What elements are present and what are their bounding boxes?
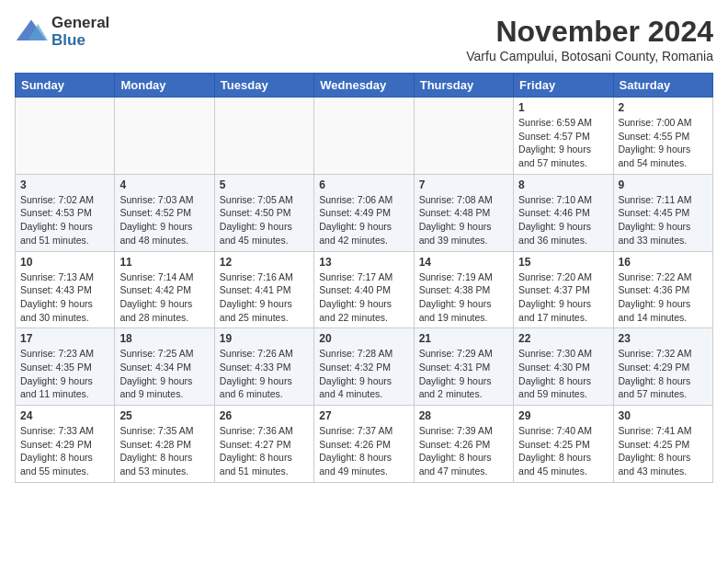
day-number: 10 [20, 256, 109, 269]
calendar-cell [115, 98, 214, 175]
calendar-week-1: 1Sunrise: 6:59 AM Sunset: 4:57 PM Daylig… [16, 98, 713, 175]
header-tuesday: Tuesday [214, 74, 313, 98]
day-number: 11 [119, 256, 209, 269]
header-saturday: Saturday [613, 74, 712, 98]
calendar-cell: 6Sunrise: 7:06 AM Sunset: 4:49 PM Daylig… [314, 174, 414, 251]
calendar-cell: 24Sunrise: 7:33 AM Sunset: 4:29 PM Dayli… [16, 406, 115, 483]
day-info: Sunrise: 7:30 AM Sunset: 4:30 PM Dayligh… [518, 347, 608, 401]
calendar-cell: 29Sunrise: 7:40 AM Sunset: 4:25 PM Dayli… [514, 406, 613, 483]
calendar-cell: 9Sunrise: 7:11 AM Sunset: 4:45 PM Daylig… [613, 174, 712, 251]
day-number: 6 [319, 178, 408, 191]
logo-blue: Blue [51, 32, 109, 50]
day-info: Sunrise: 7:22 AM Sunset: 4:36 PM Dayligh… [619, 270, 708, 325]
day-info: Sunrise: 7:17 AM Sunset: 4:40 PM Dayligh… [319, 270, 408, 325]
day-number: 9 [619, 178, 708, 191]
day-number: 24 [20, 409, 109, 422]
logo-text: General Blue [51, 15, 109, 49]
calendar-cell: 26Sunrise: 7:36 AM Sunset: 4:27 PM Dayli… [214, 406, 313, 483]
day-info: Sunrise: 7:39 AM Sunset: 4:26 PM Dayligh… [419, 424, 508, 478]
day-number: 14 [419, 256, 508, 269]
day-info: Sunrise: 7:37 AM Sunset: 4:26 PM Dayligh… [319, 424, 408, 478]
day-number: 21 [419, 332, 508, 345]
calendar-week-3: 10Sunrise: 7:13 AM Sunset: 4:43 PM Dayli… [16, 251, 713, 328]
day-number: 17 [20, 332, 109, 345]
day-number: 5 [220, 178, 309, 191]
logo-general: General [51, 15, 109, 32]
day-number: 30 [619, 409, 708, 422]
day-number: 12 [220, 256, 309, 269]
calendar-cell: 28Sunrise: 7:39 AM Sunset: 4:26 PM Dayli… [414, 406, 513, 483]
day-info: Sunrise: 7:33 AM Sunset: 4:29 PM Dayligh… [20, 424, 109, 478]
day-number: 2 [619, 101, 708, 114]
calendar-cell: 13Sunrise: 7:17 AM Sunset: 4:40 PM Dayli… [314, 251, 414, 328]
day-info: Sunrise: 7:05 AM Sunset: 4:50 PM Dayligh… [220, 193, 309, 247]
day-number: 20 [319, 332, 408, 345]
title-section: November 2024 Varfu Campului, Botosani C… [466, 15, 713, 63]
calendar-cell: 10Sunrise: 7:13 AM Sunset: 4:43 PM Dayli… [16, 251, 115, 328]
day-info: Sunrise: 7:03 AM Sunset: 4:52 PM Dayligh… [119, 193, 209, 247]
day-info: Sunrise: 7:26 AM Sunset: 4:33 PM Dayligh… [220, 347, 309, 401]
day-number: 4 [119, 178, 209, 191]
header-wednesday: Wednesday [314, 74, 414, 98]
logo: General Blue [15, 15, 109, 49]
day-number: 15 [518, 256, 608, 269]
calendar-cell [214, 98, 313, 175]
location-subtitle: Varfu Campului, Botosani County, Romania [466, 49, 713, 63]
day-info: Sunrise: 7:40 AM Sunset: 4:25 PM Dayligh… [518, 424, 608, 478]
day-info: Sunrise: 7:36 AM Sunset: 4:27 PM Dayligh… [220, 424, 309, 478]
day-number: 26 [220, 409, 309, 422]
calendar-cell [314, 98, 414, 175]
day-info: Sunrise: 7:20 AM Sunset: 4:37 PM Dayligh… [518, 270, 608, 325]
calendar-cell: 17Sunrise: 7:23 AM Sunset: 4:35 PM Dayli… [16, 328, 115, 406]
header-thursday: Thursday [414, 74, 513, 98]
day-number: 22 [518, 332, 608, 345]
calendar-week-5: 24Sunrise: 7:33 AM Sunset: 4:29 PM Dayli… [16, 406, 713, 483]
calendar-cell: 27Sunrise: 7:37 AM Sunset: 4:26 PM Dayli… [314, 406, 414, 483]
calendar-cell: 23Sunrise: 7:32 AM Sunset: 4:29 PM Dayli… [613, 328, 712, 406]
day-info: Sunrise: 7:13 AM Sunset: 4:43 PM Dayligh… [20, 270, 109, 325]
calendar-cell: 30Sunrise: 7:41 AM Sunset: 4:25 PM Dayli… [613, 406, 712, 483]
calendar-header-row: Sunday Monday Tuesday Wednesday Thursday… [16, 74, 713, 98]
calendar-cell: 1Sunrise: 6:59 AM Sunset: 4:57 PM Daylig… [514, 98, 613, 175]
calendar-table: Sunday Monday Tuesday Wednesday Thursday… [15, 73, 713, 483]
day-number: 3 [20, 178, 109, 191]
calendar-cell: 3Sunrise: 7:02 AM Sunset: 4:53 PM Daylig… [16, 174, 115, 251]
day-info: Sunrise: 7:19 AM Sunset: 4:38 PM Dayligh… [419, 270, 508, 325]
calendar-cell: 2Sunrise: 7:00 AM Sunset: 4:55 PM Daylig… [613, 98, 712, 175]
day-number: 13 [319, 256, 408, 269]
day-number: 28 [419, 409, 508, 422]
day-info: Sunrise: 7:23 AM Sunset: 4:35 PM Dayligh… [20, 347, 109, 401]
calendar-cell [16, 98, 115, 175]
day-info: Sunrise: 7:00 AM Sunset: 4:55 PM Dayligh… [619, 116, 708, 170]
calendar-cell: 19Sunrise: 7:26 AM Sunset: 4:33 PM Dayli… [214, 328, 313, 406]
logo-icon [15, 16, 48, 49]
day-info: Sunrise: 7:32 AM Sunset: 4:29 PM Dayligh… [619, 347, 708, 401]
day-number: 16 [619, 256, 708, 269]
header-monday: Monday [115, 74, 214, 98]
calendar-cell: 7Sunrise: 7:08 AM Sunset: 4:48 PM Daylig… [414, 174, 513, 251]
day-number: 8 [518, 178, 608, 191]
calendar-cell: 16Sunrise: 7:22 AM Sunset: 4:36 PM Dayli… [613, 251, 712, 328]
day-info: Sunrise: 7:14 AM Sunset: 4:42 PM Dayligh… [119, 270, 209, 325]
calendar-cell: 14Sunrise: 7:19 AM Sunset: 4:38 PM Dayli… [414, 251, 513, 328]
calendar-cell: 22Sunrise: 7:30 AM Sunset: 4:30 PM Dayli… [514, 328, 613, 406]
day-info: Sunrise: 7:25 AM Sunset: 4:34 PM Dayligh… [119, 347, 209, 401]
header-friday: Friday [514, 74, 613, 98]
day-number: 27 [319, 409, 408, 422]
day-number: 19 [220, 332, 309, 345]
calendar-cell: 18Sunrise: 7:25 AM Sunset: 4:34 PM Dayli… [115, 328, 214, 406]
calendar-week-2: 3Sunrise: 7:02 AM Sunset: 4:53 PM Daylig… [16, 174, 713, 251]
header-sunday: Sunday [16, 74, 115, 98]
day-info: Sunrise: 7:28 AM Sunset: 4:32 PM Dayligh… [319, 347, 408, 401]
day-info: Sunrise: 7:02 AM Sunset: 4:53 PM Dayligh… [20, 193, 109, 247]
calendar-cell: 15Sunrise: 7:20 AM Sunset: 4:37 PM Dayli… [514, 251, 613, 328]
month-title: November 2024 [466, 15, 713, 49]
day-info: Sunrise: 6:59 AM Sunset: 4:57 PM Dayligh… [518, 116, 608, 170]
calendar-cell: 25Sunrise: 7:35 AM Sunset: 4:28 PM Dayli… [115, 406, 214, 483]
day-info: Sunrise: 7:41 AM Sunset: 4:25 PM Dayligh… [619, 424, 708, 478]
calendar-week-4: 17Sunrise: 7:23 AM Sunset: 4:35 PM Dayli… [16, 328, 713, 406]
day-number: 7 [419, 178, 508, 191]
day-info: Sunrise: 7:16 AM Sunset: 4:41 PM Dayligh… [220, 270, 309, 325]
day-number: 29 [518, 409, 608, 422]
calendar-cell: 11Sunrise: 7:14 AM Sunset: 4:42 PM Dayli… [115, 251, 214, 328]
